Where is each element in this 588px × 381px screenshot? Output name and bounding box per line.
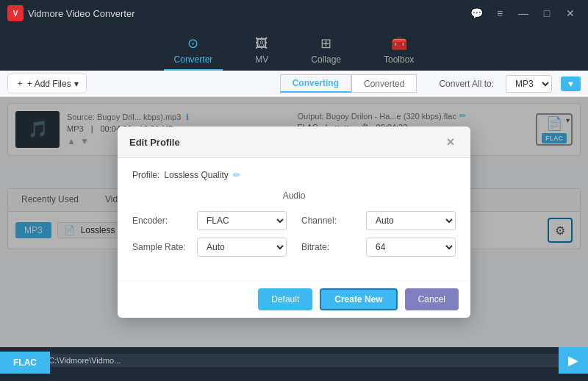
mv-icon: 🖼: [255, 36, 268, 51]
add-icon: ＋: [15, 77, 24, 90]
nav-mv[interactable]: 🖼 MV: [245, 32, 279, 71]
encoder-select[interactable]: FLAC: [197, 211, 287, 230]
close-button[interactable]: ✕: [560, 6, 581, 21]
bitrate-select[interactable]: 64: [366, 238, 456, 257]
right-arrow-icon: ▶: [568, 352, 578, 368]
encoder-row: Encoder: FLAC: [132, 211, 287, 230]
cancel-button[interactable]: Cancel: [405, 288, 459, 310]
create-new-button[interactable]: Create New: [320, 288, 397, 310]
sample-rate-label: Sample Rate:: [132, 242, 191, 252]
add-files-button[interactable]: ＋ + Add Files ▾: [7, 74, 87, 93]
flac-bottom-label: FLAC: [0, 352, 50, 374]
convert-all-select[interactable]: MP3: [506, 75, 552, 93]
profile-value: Lossless Quality: [164, 170, 228, 180]
bottom-bar: Save to: C:\Vidmore\Vidmo... Convert All…: [0, 347, 588, 374]
nav-converter-label: Converter: [174, 54, 213, 65]
toolbar: ＋ + Add Files ▾ Converting Converted Con…: [0, 71, 588, 97]
bitrate-row: Bitrate: 64: [301, 238, 456, 257]
profile-row: Profile: Lossless Quality ✏: [132, 170, 456, 180]
nav-toolbox-label: Toolbox: [384, 54, 414, 65]
channel-row: Channel: Auto: [301, 211, 456, 230]
encoder-label: Encoder:: [132, 216, 191, 226]
save-path: C:\Vidmore\Vidmo...: [43, 354, 581, 367]
form-grid: Encoder: FLAC Channel: Auto Sample Rate:: [132, 211, 456, 257]
main-tabs: Converting Converted: [280, 74, 417, 93]
modal-header: Edit Profile ×: [118, 127, 470, 158]
nav-toolbox[interactable]: 🧰 Toolbox: [373, 31, 424, 71]
profile-edit-icon[interactable]: ✏: [233, 170, 240, 180]
modal-overlay: Edit Profile × Profile: Lossless Quality…: [0, 97, 588, 347]
main-area: 🎵 Source: Bugoy Dril... kbps).mp3 ℹ MP3 …: [0, 97, 588, 347]
app-title: Vidmore Video Converter: [28, 8, 135, 19]
app-logo: V Vidmore Video Converter: [7, 5, 135, 21]
bitrate-label: Bitrate:: [301, 242, 360, 252]
sample-rate-select[interactable]: Auto: [197, 238, 287, 257]
add-files-dropdown-icon[interactable]: ▾: [74, 79, 79, 89]
window-controls: 💬 ≡ — □ ✕: [466, 6, 581, 21]
logo-icon: V: [7, 5, 24, 21]
menu-icon[interactable]: ≡: [490, 6, 510, 21]
nav-collage[interactable]: ⊞ Collage: [301, 31, 351, 71]
convert-all-dropdown-button[interactable]: ▼: [561, 76, 581, 91]
section-title: Audio: [132, 190, 456, 201]
nav-collage-label: Collage: [311, 54, 341, 65]
nav-converter[interactable]: ⊙ Converter: [164, 31, 223, 71]
edit-profile-modal: Edit Profile × Profile: Lossless Quality…: [118, 127, 470, 318]
add-files-label: + Add Files: [27, 79, 71, 89]
converter-icon: ⊙: [187, 35, 198, 51]
modal-close-button[interactable]: ×: [442, 134, 459, 150]
sample-rate-row: Sample Rate: Auto: [132, 238, 287, 257]
minimize-button[interactable]: —: [513, 6, 534, 21]
tab-converted[interactable]: Converted: [351, 74, 417, 93]
title-bar: V Vidmore Video Converter 💬 ≡ — □ ✕: [0, 0, 588, 26]
channel-select-modal[interactable]: Auto: [366, 211, 456, 230]
convert-all-label: Convert All to:: [439, 79, 494, 89]
profile-label: Profile:: [132, 170, 159, 180]
convert-all-button[interactable]: ▶: [559, 347, 588, 374]
toolbox-icon: 🧰: [391, 35, 407, 51]
modal-footer: Default Create New Cancel: [118, 280, 470, 318]
modal-body: Profile: Lossless Quality ✏ Audio Encode…: [118, 158, 470, 280]
maximize-button[interactable]: □: [537, 6, 557, 21]
collage-icon: ⊞: [320, 35, 331, 51]
chat-icon[interactable]: 💬: [466, 6, 487, 21]
nav-mv-label: MV: [255, 54, 268, 65]
tab-converting[interactable]: Converting: [280, 74, 351, 93]
channel-label: Channel:: [301, 216, 360, 226]
modal-title: Edit Profile: [129, 137, 180, 148]
default-button[interactable]: Default: [258, 288, 312, 310]
nav-bar: ⊙ Converter 🖼 MV ⊞ Collage 🧰 Toolbox: [0, 26, 588, 71]
